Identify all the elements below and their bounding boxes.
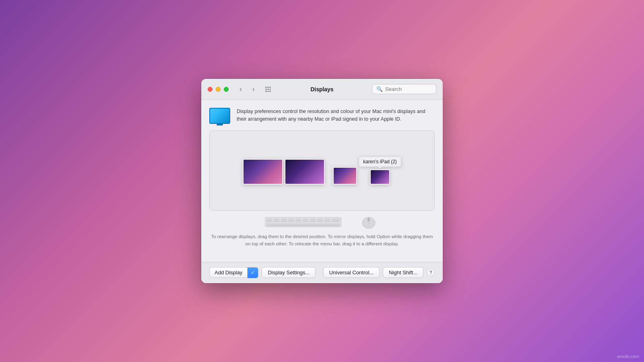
close-button[interactable] — [208, 87, 213, 92]
displays-container: karen's iPad (2) — [243, 156, 401, 185]
titlebar: ‹ › Displays 🔍 — [201, 79, 443, 100]
svg-rect-20 — [266, 224, 340, 227]
svg-point-3 — [266, 88, 267, 90]
search-input[interactable] — [385, 86, 432, 92]
ipad-container: karen's iPad (2) — [359, 156, 401, 185]
display-icon — [209, 108, 230, 124]
keyboard-icon — [265, 216, 353, 228]
ipad-tooltip: karen's iPad (2) — [359, 156, 401, 167]
mouse-icon — [358, 216, 379, 228]
watermark: wsxdn.com — [617, 354, 639, 359]
svg-rect-18 — [324, 219, 330, 222]
display-1-wallpaper — [244, 160, 282, 184]
night-shift-button[interactable]: Night Shift... — [383, 267, 423, 278]
ipad-wallpaper — [371, 170, 389, 184]
svg-rect-16 — [310, 219, 316, 222]
traffic-lights — [208, 87, 229, 92]
display-2-wallpaper — [285, 160, 324, 184]
help-button[interactable]: ? — [427, 269, 435, 277]
search-bar[interactable]: 🔍 — [372, 84, 436, 94]
back-button[interactable]: ‹ — [235, 84, 246, 95]
svg-point-8 — [270, 90, 271, 92]
svg-rect-13 — [288, 219, 294, 222]
arrangement-area: karen's iPad (2) — [209, 130, 435, 211]
search-icon: 🔍 — [376, 86, 383, 92]
forward-button[interactable]: › — [248, 84, 259, 95]
svg-point-1 — [268, 86, 269, 88]
display-3[interactable] — [333, 167, 357, 185]
svg-rect-15 — [303, 219, 308, 222]
svg-rect-10 — [266, 219, 272, 222]
svg-point-5 — [270, 88, 271, 90]
ipad-display[interactable] — [370, 169, 390, 185]
svg-rect-14 — [295, 219, 301, 222]
system-preferences-window: ‹ › Displays 🔍 Display — [201, 79, 443, 283]
add-display-check[interactable]: ✓ — [247, 267, 258, 278]
info-description: Display preferences control the resoluti… — [237, 108, 435, 123]
peripherals-illustration — [209, 216, 435, 228]
svg-point-6 — [266, 90, 267, 92]
display-3-wallpaper — [334, 168, 356, 184]
svg-rect-11 — [274, 219, 279, 222]
info-row: Display preferences control the resoluti… — [209, 108, 435, 124]
svg-point-0 — [266, 86, 267, 88]
svg-rect-17 — [317, 219, 323, 222]
grid-button[interactable] — [262, 84, 274, 95]
nav-buttons: ‹ › — [235, 84, 259, 95]
universal-control-button[interactable]: Universal Control... — [323, 267, 380, 278]
content-area: Display preferences control the resoluti… — [201, 100, 443, 262]
instruction-text: To rearrange displays, drag them to the … — [209, 233, 435, 247]
display-2[interactable] — [285, 159, 325, 185]
svg-point-7 — [268, 90, 269, 92]
add-display-button[interactable]: Add Display — [209, 267, 247, 278]
add-display-group: Add Display ✓ — [209, 267, 258, 278]
svg-rect-19 — [332, 219, 340, 222]
display-settings-button[interactable]: Display Settings... — [262, 267, 316, 278]
svg-point-4 — [268, 88, 269, 90]
display-1[interactable] — [243, 159, 283, 185]
svg-rect-12 — [281, 219, 287, 222]
svg-point-2 — [270, 86, 271, 88]
svg-point-23 — [367, 218, 370, 221]
window-title: Displays — [311, 86, 334, 93]
bottom-bar: Add Display ✓ Display Settings... Univer… — [201, 262, 443, 283]
minimize-button[interactable] — [216, 87, 221, 92]
maximize-button[interactable] — [224, 87, 229, 92]
